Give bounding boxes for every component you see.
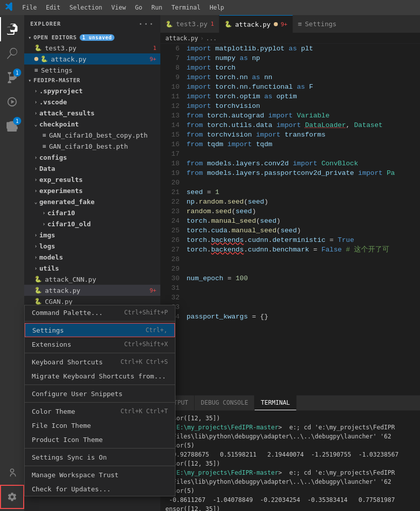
activity-item-source-control[interactable]: 1 <box>0 66 24 90</box>
folder-cifar10[interactable]: › cifar10 <box>24 207 160 218</box>
menu-item-command-palette[interactable]: Command Palette... Ctrl+Shift+P <box>25 305 175 320</box>
python-icon: 🐍 <box>34 298 42 305</box>
python-file-icon: 🐍 <box>40 55 48 62</box>
app-icon <box>5 2 14 13</box>
menu-edit[interactable]: Edit <box>42 3 65 12</box>
file-name: attack_CNN.py <box>45 276 156 283</box>
menu-label: Check for Updates... <box>32 485 111 493</box>
folder-configs[interactable]: › configs <box>24 152 160 163</box>
breadcrumb-symbol[interactable]: ... <box>206 35 217 42</box>
folder-name: experiments <box>39 187 83 195</box>
chevron-right-icon: › <box>34 88 37 94</box>
menu-item-check-updates[interactable]: Check for Updates... <box>25 482 175 496</box>
folder-imgs[interactable]: › imgs <box>24 229 160 240</box>
tab-debug-console[interactable]: DEBUG CONSOLE <box>195 395 255 410</box>
open-editor-attack[interactable]: 🐍 attack.py 9+ <box>24 53 160 65</box>
menu-item-migrate-shortcuts[interactable]: Migrate Keyboard Shortcuts from... <box>25 369 175 383</box>
error-badge: 9+ <box>150 56 156 62</box>
file-attack-py[interactable]: 🐍 attack.py 9+ <box>24 285 160 296</box>
workspace-root[interactable]: ▾ FEDIPR-MASTER <box>24 76 160 85</box>
chevron-right-icon: › <box>34 232 37 238</box>
folder-spyproject[interactable]: › .spyproject <box>24 85 160 96</box>
tab-settings[interactable]: ≡ Settings <box>293 15 341 33</box>
menu-terminal[interactable]: Terminal <box>167 3 205 12</box>
menu-item-keyboard-shortcuts[interactable]: Keyboard Shortcuts Ctrl+K Ctrl+S <box>25 355 175 369</box>
chevron-down-icon: ▾ <box>28 35 32 40</box>
menu-item-workspace-trust[interactable]: Manage Workspace Trust <box>25 468 175 482</box>
file-name: CGAN.py <box>45 298 156 305</box>
terminal-tab-bar: OUTPUT DEBUG CONSOLE TERMINAL <box>160 396 420 411</box>
terminal-content[interactable]: ensor([12, 35]) PS E:\my_projects\FedIPR… <box>160 411 420 511</box>
file-name: test3.py <box>45 44 151 52</box>
open-editors-section[interactable]: ▾ OPEN EDITORS 1 unsaved <box>24 33 160 42</box>
menu-label: File Icon Theme <box>32 422 91 429</box>
tab-terminal[interactable]: TERMINAL <box>255 395 296 410</box>
menu-shortcut: Ctrl+K Ctrl+S <box>121 358 168 365</box>
folder-utils[interactable]: › utils <box>24 263 160 274</box>
menu-run[interactable]: Run <box>147 3 166 12</box>
folder-attack-results[interactable]: › attack_results <box>24 107 160 118</box>
menu-shortcut: Ctrl+Shift+X <box>124 341 168 348</box>
chevron-right-icon: › <box>34 155 37 160</box>
menu-label: Configure User Snippets <box>32 390 123 398</box>
breadcrumb-file[interactable]: attack.py <box>165 35 198 42</box>
folder-exp-results[interactable]: › exp_results <box>24 174 160 185</box>
menu-item-extensions[interactable]: Extensions Ctrl+Shift+X <box>25 337 175 351</box>
folder-name: imgs <box>39 231 55 239</box>
chevron-down-icon: ▾ <box>28 78 32 83</box>
menu-shortcut: Ctrl+K Ctrl+T <box>121 408 168 415</box>
menu-label: Extensions <box>32 341 71 348</box>
activity-item-search[interactable] <box>0 41 24 66</box>
activity-item-run[interactable] <box>0 90 24 114</box>
menu-item-color-theme[interactable]: Color Theme Ctrl+K Ctrl+T <box>25 404 175 418</box>
breadcrumb: attack.py › ... <box>160 33 420 44</box>
menu-item-settings[interactable]: Settings Ctrl+, <box>25 323 175 337</box>
folder-generated-fake[interactable]: ⌄ generated_fake <box>24 196 160 207</box>
file-name: GAN_cifar10_best.pth <box>49 143 156 150</box>
folder-name: Data <box>39 165 55 172</box>
folder-data[interactable]: › Data <box>24 163 160 174</box>
chevron-right-icon: › <box>34 99 37 105</box>
menu-item-user-snippets[interactable]: Configure User Snippets <box>25 387 175 401</box>
menu-item-file-icon-theme[interactable]: File Icon Theme <box>25 418 175 432</box>
activity-item-extensions[interactable]: 1 <box>0 114 24 138</box>
code-content[interactable]: import matplotlib.pyplot as plt import n… <box>185 44 420 395</box>
folder-name: configs <box>39 154 67 161</box>
chevron-right-icon: › <box>42 210 45 216</box>
file-attack-cnn[interactable]: 🐍 attack_CNN.py <box>24 274 160 285</box>
tab-label: test3.py <box>176 20 208 28</box>
menu-help[interactable]: Help <box>206 3 228 12</box>
menu-view[interactable]: View <box>107 3 130 12</box>
menu-item-settings-sync[interactable]: Settings Sync is On <box>25 450 175 464</box>
open-editor-test3[interactable]: 🐍 test3.py 1 <box>24 42 160 53</box>
open-editor-settings[interactable]: ≡ Settings <box>24 65 160 76</box>
folder-experiments[interactable]: › experiments <box>24 185 160 196</box>
folder-cifar10-old[interactable]: › cifar10_old <box>24 218 160 229</box>
folder-logs[interactable]: › logs <box>24 240 160 251</box>
sidebar-more-icon[interactable]: ··· <box>138 19 154 29</box>
titlebar: File Edit Selection View Go Run Terminal… <box>0 0 420 15</box>
activity-item-accounts[interactable] <box>0 461 24 485</box>
menu-selection[interactable]: Selection <box>66 3 106 12</box>
settings-tab-icon: ≡ <box>298 20 302 28</box>
menu-shortcut: Ctrl+Shift+P <box>124 309 168 316</box>
activity-item-settings[interactable] <box>0 485 24 509</box>
tab-attack[interactable]: 🐍 attack.py 9+ <box>219 15 293 33</box>
file-gan-best[interactable]: ≡ GAN_cifar10_best.pth <box>24 141 160 152</box>
folder-name: logs <box>39 242 55 250</box>
folder-checkpoint[interactable]: ⌄ checkpoint <box>24 118 160 130</box>
file-name: attack.py <box>51 55 148 63</box>
menu-go[interactable]: Go <box>131 3 146 12</box>
menu-file[interactable]: File <box>18 3 41 12</box>
python-tab-icon: 🐍 <box>224 21 232 28</box>
file-gan-copy[interactable]: ≡ GAN_cifar10_best_copy.pth <box>24 130 160 141</box>
folder-vscode[interactable]: › .vscode <box>24 96 160 107</box>
activity-item-explorer[interactable] <box>0 17 24 41</box>
tab-test3[interactable]: 🐍 test3.py 1 <box>160 15 219 33</box>
folder-models[interactable]: › models <box>24 251 160 263</box>
folder-name: checkpoint <box>39 120 79 128</box>
editor-area: 🐍 test3.py 1 🐍 attack.py 9+ ≡ Settings a… <box>160 15 420 511</box>
python-file-icon: 🐍 <box>34 44 42 51</box>
menu-item-product-icon-theme[interactable]: Product Icon Theme <box>25 432 175 446</box>
menu-label: Settings Sync is On <box>32 454 107 461</box>
